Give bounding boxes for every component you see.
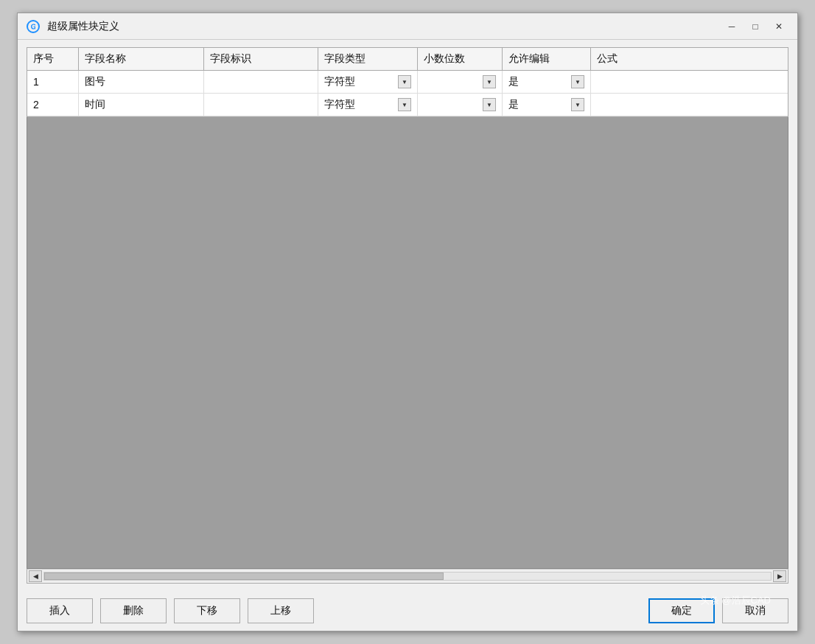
decimal-dropdown-2[interactable]: ▼: [483, 98, 496, 111]
empty-canvas-area: [27, 117, 788, 569]
cell-type-1[interactable]: 字符型 ▼: [318, 71, 418, 93]
titlebar: 超级属性块定义 ─ □ ✕: [18, 13, 797, 40]
col-header-name: 字段名称: [79, 48, 204, 70]
editable-dropdown-2[interactable]: ▼: [571, 98, 584, 111]
footer-toolbar: 插入 删除 下移 上移 确定 取消: [18, 591, 797, 631]
col-header-id: 字段标识: [204, 48, 318, 70]
horizontal-scrollbar[interactable]: ◀ ▶: [27, 569, 788, 584]
table-row[interactable]: 2 时间 字符型 ▼ ▼ 是: [27, 94, 788, 116]
scroll-thumb[interactable]: [44, 573, 444, 580]
col-header-type: 字段类型: [318, 48, 418, 70]
cell-editable-2[interactable]: 是 ▼: [503, 94, 591, 116]
minimize-button[interactable]: ─: [721, 18, 743, 35]
delete-button[interactable]: 删除: [100, 598, 167, 623]
cell-name-2: 时间: [79, 94, 204, 116]
type-value-2: 字符型: [324, 98, 355, 111]
app-icon: [25, 18, 41, 35]
move-down-button[interactable]: 下移: [174, 598, 240, 623]
window-title: 超级属性块定义: [47, 20, 721, 33]
scroll-right-button[interactable]: ▶: [773, 570, 786, 582]
col-header-editable: 允许编辑: [503, 48, 591, 70]
cell-decimal-1[interactable]: ▼: [418, 71, 503, 93]
decimal-dropdown-1[interactable]: ▼: [483, 75, 496, 88]
scroll-left-button[interactable]: ◀: [29, 570, 42, 582]
property-table: 序号 字段名称 字段标识 字段类型 小数位数 允许编辑 公式 1 图号 字符型 …: [27, 47, 788, 117]
table-header-row: 序号 字段名称 字段标识 字段类型 小数位数 允许编辑 公式: [27, 48, 788, 71]
ok-button[interactable]: 确定: [648, 598, 715, 623]
editable-value-1: 是: [508, 75, 519, 88]
cell-id-2[interactable]: [204, 94, 318, 116]
col-header-formula: 公式: [591, 48, 788, 70]
type-value-1: 字符型: [324, 75, 355, 88]
cell-formula-1[interactable]: [591, 71, 788, 93]
col-header-seq: 序号: [27, 48, 79, 70]
main-content: 序号 字段名称 字段标识 字段类型 小数位数 允许编辑 公式 1 图号 字符型 …: [18, 40, 797, 591]
window-controls: ─ □ ✕: [721, 18, 790, 35]
cell-seq-2: 2: [27, 94, 79, 116]
editable-value-2: 是: [508, 98, 519, 111]
maximize-button[interactable]: □: [744, 18, 766, 35]
cell-editable-1[interactable]: 是 ▼: [503, 71, 591, 93]
scroll-track[interactable]: [43, 572, 772, 581]
cell-id-1[interactable]: [204, 71, 318, 93]
cell-seq-1: 1: [27, 71, 79, 93]
cell-decimal-2[interactable]: ▼: [418, 94, 503, 116]
insert-button[interactable]: 插入: [27, 598, 93, 623]
table-row[interactable]: 1 图号 字符型 ▼ ▼ 是: [27, 71, 788, 94]
close-button[interactable]: ✕: [768, 18, 790, 35]
cell-formula-2[interactable]: [591, 94, 788, 116]
move-up-button[interactable]: 上移: [248, 598, 314, 623]
main-window: 超级属性块定义 ─ □ ✕ 序号 字段名称 字段标识 字段类型 小数位数 允许编…: [17, 13, 798, 631]
type-dropdown-1[interactable]: ▼: [398, 75, 411, 88]
type-dropdown-2[interactable]: ▼: [398, 98, 411, 111]
cancel-button[interactable]: 取消: [722, 598, 788, 623]
editable-dropdown-1[interactable]: ▼: [571, 75, 584, 88]
col-header-decimal: 小数位数: [418, 48, 503, 70]
cell-type-2[interactable]: 字符型 ▼: [318, 94, 418, 116]
cell-name-1: 图号: [79, 71, 204, 93]
